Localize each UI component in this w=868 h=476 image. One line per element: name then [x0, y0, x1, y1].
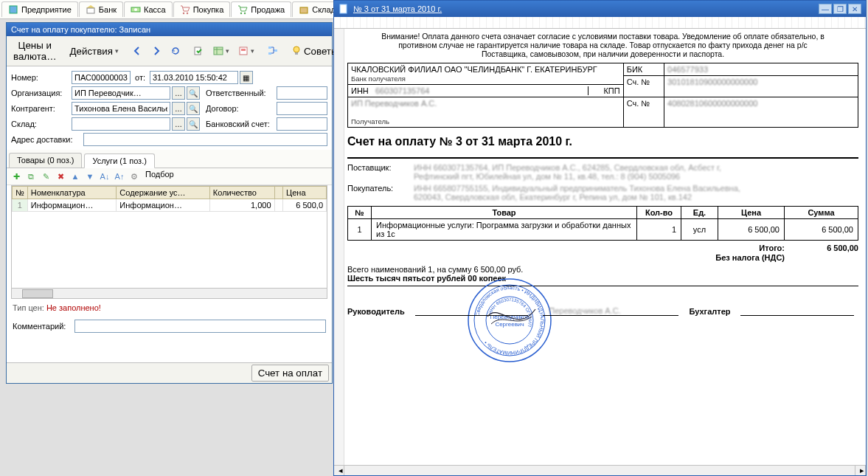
col-price[interactable]: Цена [283, 187, 327, 199]
structure-button[interactable] [264, 44, 282, 58]
date-from-label: от: [135, 73, 145, 82]
tab-label: Касса [144, 5, 166, 14]
magnifier-icon: 🔍 [189, 120, 198, 128]
col-content[interactable]: Содержание ус… [117, 187, 210, 199]
sort-asc-button[interactable]: A↓ [98, 170, 111, 183]
open-button[interactable]: 🔍 [187, 102, 200, 115]
col-n[interactable]: № [13, 187, 28, 199]
cart-icon [180, 4, 190, 15]
bank-name: ЧКАЛОВСКИЙ ФИЛИАЛ ОАО "ЧЕЛИНДБАНК" Г. ЕК… [351, 65, 597, 74]
items-table: № Товар Кол-во Ед. Цена Сумма 1 Информац… [347, 206, 858, 241]
address-field[interactable] [83, 133, 327, 146]
refresh-icon [170, 46, 181, 56]
add-row-button[interactable]: ✚ [10, 170, 23, 183]
delete-row-button[interactable]: ✖ [54, 170, 67, 183]
col-name: Товар [372, 207, 637, 219]
tab-sale[interactable]: Продажа [231, 1, 291, 17]
movements-button[interactable] [209, 44, 233, 58]
post-button[interactable] [190, 44, 208, 58]
copy-row-button[interactable]: ⧉ [24, 170, 38, 183]
print-preview-window: № 3 от 31 марта 2010 г. — ❐ ✕ Внимание! … [333, 0, 867, 476]
date-field[interactable] [150, 71, 238, 84]
nav-forward-button[interactable] [147, 44, 165, 58]
summary-block: Всего наименований 1, на сумму 6 500,00 … [347, 265, 858, 283]
svg-rect-18 [274, 49, 277, 52]
horizontal-scrollbar[interactable] [11, 289, 327, 299]
close-button[interactable]: ✕ [848, 4, 861, 14]
bank-account-label: Банковский счет: [206, 120, 275, 128]
selection-button[interactable]: Подбор [145, 170, 174, 183]
tab-enterprise[interactable]: Предприятие [1, 1, 78, 17]
total-label: Итого: [759, 244, 785, 252]
acc-value-2: 40802810600000000000 [667, 99, 757, 108]
select-button[interactable]: … [172, 117, 185, 131]
edit-row-button[interactable]: ✎ [39, 170, 52, 183]
signatures-row: Свердловская область • ИНДИВИДУАЛЬНЫЙ ПР… [347, 306, 858, 316]
buyer-line2: 620043, Свердловская обл, Екатеринбург г… [414, 193, 692, 201]
form-bottom-bar: Счет на оплат [7, 362, 332, 383]
maximize-button[interactable]: ❐ [833, 4, 847, 14]
tab-purchase[interactable]: Покупка [173, 1, 231, 17]
tab-bank[interactable]: Банк [79, 1, 123, 17]
buyer-label: Покупатель: [347, 184, 414, 201]
calendar-button[interactable]: ▦ [240, 71, 253, 84]
acc-value-1: 30101810900000000000 [667, 77, 757, 86]
label: Услуги (1 поз.) [92, 156, 146, 165]
svg-point-19 [294, 46, 299, 52]
form-body: Номер: от: ▦ Организация: … 🔍 Ответствен… [7, 66, 332, 150]
tab-cash[interactable]: Касса [124, 1, 173, 17]
bank-label: Банк получателя [351, 75, 406, 83]
print-invoice-button[interactable]: Счет на оплат [251, 365, 329, 382]
responsible-field[interactable] [277, 86, 327, 100]
basis-button[interactable] [235, 44, 258, 58]
cell-unit: усл [681, 219, 718, 241]
price-type-info: Тип цен: Не заполнено! [7, 299, 332, 317]
cell-name: Информационные услуги: Программа загрузк… [372, 219, 637, 241]
comment-field[interactable] [74, 320, 326, 333]
col-blank[interactable] [274, 187, 283, 199]
open-button[interactable]: 🔍 [187, 86, 200, 100]
svg-text:Сергеевич: Сергеевич [495, 321, 524, 328]
counterparty-label: Контрагент: [11, 104, 70, 113]
col-qty[interactable]: Количество [209, 187, 274, 199]
open-button[interactable]: 🔍 [187, 117, 200, 131]
nav-back-button[interactable] [128, 44, 146, 58]
arrow-down-icon: ▼ [86, 172, 94, 181]
scroll-left-button[interactable]: ◂ [334, 466, 344, 475]
col-nomenclature[interactable]: Номенклатура [27, 187, 117, 199]
prices-currency-button[interactable]: Цены и валюта… [10, 38, 60, 64]
magnifier-icon: 🔍 [189, 105, 198, 113]
svg-rect-16 [268, 46, 271, 49]
scroll-right-button[interactable]: ▸ [855, 466, 866, 475]
label: Товары (0 поз.) [17, 156, 74, 165]
organization-field[interactable] [72, 86, 170, 100]
grid-toolbar: ✚ ⧉ ✎ ✖ ▲ ▼ A↓ A↑ ⚙ Подбор [7, 168, 332, 185]
minimize-button[interactable]: — [819, 4, 832, 14]
bank-account-field[interactable] [277, 117, 327, 131]
actions-button[interactable]: Действия [66, 44, 122, 59]
scroll-track[interactable] [344, 466, 855, 475]
sort-desc-button[interactable]: A↑ [113, 170, 126, 183]
tab-services[interactable]: Услуги (1 поз.) [84, 154, 154, 168]
svg-rect-9 [300, 7, 308, 13]
warehouse-label: Склад: [11, 120, 70, 128]
window-title: Счет на оплату покупателю: Записан [7, 23, 332, 36]
warehouse-field[interactable] [72, 117, 170, 131]
tab-goods[interactable]: Товары (0 поз.) [9, 153, 82, 168]
move-down-button[interactable]: ▼ [83, 170, 97, 183]
select-button[interactable]: … [172, 86, 185, 100]
move-up-button[interactable]: ▲ [69, 170, 82, 183]
building-icon [8, 4, 18, 15]
recipient-label: Получатель [351, 117, 389, 125]
contract-field[interactable] [277, 102, 327, 115]
document-area[interactable]: Внимание! Оплата данного счета означает … [334, 29, 866, 475]
number-field[interactable] [72, 71, 131, 84]
warehouse-icon [299, 4, 309, 15]
services-grid[interactable]: № Номенклатура Содержание ус… Количество… [11, 185, 327, 289]
fill-button[interactable]: ⚙ [128, 170, 141, 183]
comment-label: Комментарий: [13, 322, 74, 331]
refresh-button[interactable] [167, 44, 184, 58]
grid-row[interactable]: 1 Информацион… Информацион… 1,000 6 500,… [13, 199, 327, 212]
select-button[interactable]: … [172, 102, 185, 115]
counterparty-field[interactable] [72, 102, 170, 115]
